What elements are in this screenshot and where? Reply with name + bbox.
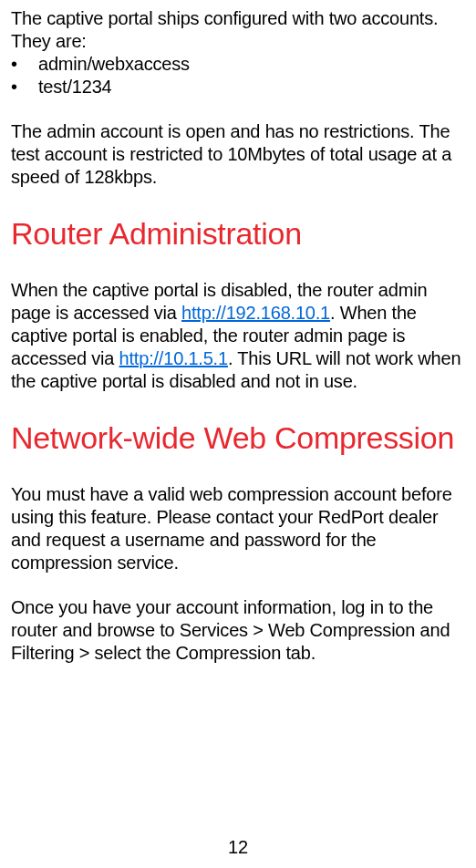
intro-description-text: The admin account is open and has no res…: [11, 120, 465, 189]
intro-lead-text: The captive portal ships configured with…: [11, 7, 465, 53]
list-item: admin/webxaccess: [11, 53, 465, 76]
page-number: 12: [0, 836, 476, 859]
compression-heading: Network-wide Web Compression: [11, 420, 465, 456]
router-admin-heading: Router Administration: [11, 216, 465, 252]
compression-para-1: You must have a valid web compression ac…: [11, 483, 465, 574]
router-admin-paragraph: When the captive portal is disabled, the…: [11, 279, 465, 393]
router-disabled-link[interactable]: http://192.168.10.1: [181, 303, 330, 323]
compression-para-2: Once you have your account information, …: [11, 596, 465, 665]
accounts-list: admin/webxaccess test/1234: [11, 53, 465, 98]
list-item: test/1234: [11, 76, 465, 98]
router-enabled-link[interactable]: http://10.1.5.1: [119, 348, 228, 368]
